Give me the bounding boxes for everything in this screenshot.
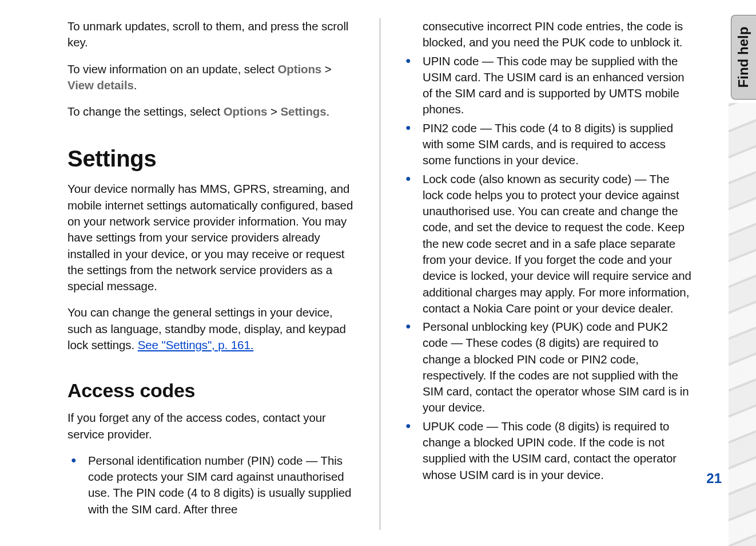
list-item: Personal identification number (PIN) cod… bbox=[67, 453, 358, 517]
list-item: Lock code (also known as security code) … bbox=[402, 171, 693, 317]
menu-path-settings: Settings bbox=[281, 105, 327, 118]
page-content: To unmark updates, scroll to them, and p… bbox=[0, 0, 756, 546]
list-item: Personal unblocking key (PUK) code and P… bbox=[402, 319, 693, 416]
section-tab-find-help[interactable]: Find help bbox=[731, 15, 756, 100]
text: > bbox=[321, 62, 331, 76]
text: > bbox=[267, 105, 280, 118]
section-tab-label: Find help bbox=[736, 27, 752, 88]
body-text: To unmark updates, scroll to them, and p… bbox=[67, 18, 358, 51]
right-column: consecutive incorrect PIN code entries, … bbox=[402, 18, 693, 530]
text: To view information on an update, select bbox=[67, 62, 277, 76]
column-divider bbox=[380, 18, 380, 530]
body-text: To view information on an update, select… bbox=[67, 61, 358, 94]
body-text: To change the settings, select Options >… bbox=[67, 104, 358, 120]
text: . bbox=[134, 78, 137, 92]
text: To change the settings, select bbox=[67, 105, 224, 118]
menu-path-options: Options bbox=[277, 62, 321, 76]
body-text: If you forget any of the access codes, c… bbox=[67, 410, 358, 442]
body-text-continuation: consecutive incorrect PIN code entries, … bbox=[402, 18, 693, 51]
body-text: Your device normally has MMS, GPRS, stre… bbox=[67, 181, 358, 294]
list-item: UPIN code — This code may be supplied wi… bbox=[402, 53, 693, 118]
text: . bbox=[327, 105, 330, 118]
menu-path-view-details: View details bbox=[67, 78, 134, 92]
menu-path-options: Options bbox=[224, 105, 268, 118]
left-column: To unmark updates, scroll to them, and p… bbox=[67, 18, 358, 530]
list-item: UPUK code — This code (8 digits) is requ… bbox=[402, 418, 693, 483]
page-sidebar: Find help bbox=[729, 0, 756, 546]
bullet-list: UPIN code — This code may be supplied wi… bbox=[402, 53, 693, 485]
list-item: PIN2 code — This code (4 to 8 digits) is… bbox=[402, 120, 693, 169]
sidebar-stripes bbox=[729, 103, 756, 546]
heading-access-codes: Access codes bbox=[67, 379, 358, 402]
link-see-settings[interactable]: See "Settings", p. 161. bbox=[138, 338, 254, 351]
page-number: 21 bbox=[706, 470, 722, 486]
heading-settings: Settings bbox=[67, 146, 358, 172]
body-text: You can change the general settings in y… bbox=[67, 304, 358, 353]
bullet-list: Personal identification number (PIN) cod… bbox=[67, 453, 358, 520]
